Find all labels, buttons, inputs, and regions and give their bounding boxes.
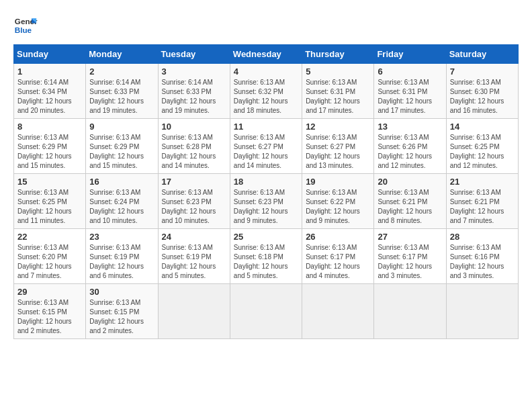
day-info: Sunrise: 6:13 AMSunset: 6:32 PMDaylight:…: [234, 78, 298, 116]
day-info: Sunrise: 6:13 AMSunset: 6:31 PMDaylight:…: [378, 78, 442, 116]
weekday-header: Wednesday: [230, 45, 302, 64]
day-info: Sunrise: 6:13 AMSunset: 6:30 PMDaylight:…: [450, 78, 515, 116]
calendar-day-cell: [230, 284, 302, 339]
calendar-day-cell: 3Sunrise: 6:14 AMSunset: 6:33 PMDaylight…: [158, 64, 230, 119]
calendar-day-cell: [302, 284, 374, 339]
day-info: Sunrise: 6:13 AMSunset: 6:15 PMDaylight:…: [89, 298, 154, 336]
day-number: 19: [306, 177, 370, 187]
day-number: 10: [162, 122, 226, 132]
day-info: Sunrise: 6:13 AMSunset: 6:25 PMDaylight:…: [450, 133, 515, 171]
day-info: Sunrise: 6:14 AMSunset: 6:33 PMDaylight:…: [89, 78, 154, 116]
calendar-day-cell: 5Sunrise: 6:13 AMSunset: 6:31 PMDaylight…: [302, 64, 374, 119]
day-number: 24: [162, 232, 226, 242]
calendar-header: SundayMondayTuesdayWednesdayThursdayFrid…: [14, 45, 519, 64]
calendar-day-cell: 20Sunrise: 6:13 AMSunset: 6:21 PMDayligh…: [374, 174, 446, 229]
day-number: 16: [89, 177, 154, 187]
day-number: 9: [89, 122, 154, 132]
day-number: 14: [450, 122, 515, 132]
day-number: 21: [450, 177, 515, 187]
day-number: 15: [17, 177, 82, 187]
calendar-day-cell: 25Sunrise: 6:13 AMSunset: 6:18 PMDayligh…: [230, 229, 302, 284]
calendar-day-cell: 4Sunrise: 6:13 AMSunset: 6:32 PMDaylight…: [230, 64, 302, 119]
weekday-header: Monday: [86, 45, 158, 64]
calendar-day-cell: 11Sunrise: 6:13 AMSunset: 6:27 PMDayligh…: [230, 119, 302, 174]
day-number: 12: [306, 122, 370, 132]
day-info: Sunrise: 6:13 AMSunset: 6:24 PMDaylight:…: [89, 188, 154, 226]
calendar-day-cell: 8Sunrise: 6:13 AMSunset: 6:29 PMDaylight…: [14, 119, 86, 174]
calendar-day-cell: [374, 284, 446, 339]
day-info: Sunrise: 6:13 AMSunset: 6:27 PMDaylight:…: [306, 133, 370, 171]
day-info: Sunrise: 6:13 AMSunset: 6:21 PMDaylight:…: [450, 188, 515, 226]
day-number: 23: [89, 232, 154, 242]
calendar-day-cell: 9Sunrise: 6:13 AMSunset: 6:29 PMDaylight…: [86, 119, 158, 174]
day-info: Sunrise: 6:13 AMSunset: 6:23 PMDaylight:…: [162, 188, 226, 226]
calendar-day-cell: 23Sunrise: 6:13 AMSunset: 6:19 PMDayligh…: [86, 229, 158, 284]
day-info: Sunrise: 6:13 AMSunset: 6:27 PMDaylight:…: [234, 133, 298, 171]
calendar-day-cell: 12Sunrise: 6:13 AMSunset: 6:27 PMDayligh…: [302, 119, 374, 174]
calendar-day-cell: 29Sunrise: 6:13 AMSunset: 6:15 PMDayligh…: [14, 284, 86, 339]
calendar-day-cell: 13Sunrise: 6:13 AMSunset: 6:26 PMDayligh…: [374, 119, 446, 174]
day-info: Sunrise: 6:13 AMSunset: 6:31 PMDaylight:…: [306, 78, 370, 116]
calendar-table: SundayMondayTuesdayWednesdayThursdayFrid…: [13, 44, 519, 339]
day-info: Sunrise: 6:13 AMSunset: 6:16 PMDaylight:…: [450, 243, 515, 281]
day-number: 5: [306, 66, 370, 77]
day-number: 26: [306, 232, 370, 242]
day-number: 8: [17, 122, 82, 132]
day-number: 7: [450, 66, 515, 77]
svg-text:Blue: Blue: [15, 26, 32, 34]
calendar-week-row: 8Sunrise: 6:13 AMSunset: 6:29 PMDaylight…: [14, 119, 519, 174]
day-number: 29: [17, 287, 82, 297]
day-info: Sunrise: 6:14 AMSunset: 6:33 PMDaylight:…: [162, 78, 226, 116]
day-info: Sunrise: 6:13 AMSunset: 6:20 PMDaylight:…: [17, 243, 82, 281]
logo-icon: General Blue: [13, 13, 38, 38]
calendar-day-cell: 21Sunrise: 6:13 AMSunset: 6:21 PMDayligh…: [446, 174, 518, 229]
calendar-day-cell: 24Sunrise: 6:13 AMSunset: 6:19 PMDayligh…: [158, 229, 230, 284]
day-number: 25: [234, 232, 298, 242]
weekday-header: Thursday: [302, 45, 374, 64]
weekday-header: Saturday: [446, 45, 518, 64]
calendar-day-cell: 28Sunrise: 6:13 AMSunset: 6:16 PMDayligh…: [446, 229, 518, 284]
calendar-day-cell: 2Sunrise: 6:14 AMSunset: 6:33 PMDaylight…: [86, 64, 158, 119]
weekday-header: Sunday: [14, 45, 86, 64]
day-number: 11: [234, 122, 298, 132]
day-info: Sunrise: 6:13 AMSunset: 6:25 PMDaylight:…: [17, 188, 82, 226]
calendar-day-cell: 15Sunrise: 6:13 AMSunset: 6:25 PMDayligh…: [14, 174, 86, 229]
calendar-day-cell: 26Sunrise: 6:13 AMSunset: 6:17 PMDayligh…: [302, 229, 374, 284]
day-number: 18: [234, 177, 298, 187]
day-info: Sunrise: 6:13 AMSunset: 6:29 PMDaylight:…: [17, 133, 82, 171]
day-number: 3: [162, 66, 226, 77]
day-info: Sunrise: 6:13 AMSunset: 6:22 PMDaylight:…: [306, 188, 370, 226]
day-info: Sunrise: 6:13 AMSunset: 6:21 PMDaylight:…: [378, 188, 442, 226]
day-number: 4: [234, 66, 298, 77]
calendar-day-cell: [158, 284, 230, 339]
day-info: Sunrise: 6:13 AMSunset: 6:17 PMDaylight:…: [306, 243, 370, 281]
day-number: 6: [378, 66, 442, 77]
calendar-day-cell: 19Sunrise: 6:13 AMSunset: 6:22 PMDayligh…: [302, 174, 374, 229]
calendar-day-cell: 6Sunrise: 6:13 AMSunset: 6:31 PMDaylight…: [374, 64, 446, 119]
day-info: Sunrise: 6:13 AMSunset: 6:18 PMDaylight:…: [234, 243, 298, 281]
calendar-day-cell: [446, 284, 518, 339]
day-info: Sunrise: 6:13 AMSunset: 6:19 PMDaylight:…: [162, 243, 226, 281]
calendar-day-cell: 10Sunrise: 6:13 AMSunset: 6:28 PMDayligh…: [158, 119, 230, 174]
day-info: Sunrise: 6:13 AMSunset: 6:29 PMDaylight:…: [89, 133, 154, 171]
calendar-day-cell: 1Sunrise: 6:14 AMSunset: 6:34 PMDaylight…: [14, 64, 86, 119]
day-number: 2: [89, 66, 154, 77]
day-number: 1: [17, 66, 82, 77]
day-number: 30: [89, 287, 154, 297]
calendar-day-cell: 17Sunrise: 6:13 AMSunset: 6:23 PMDayligh…: [158, 174, 230, 229]
calendar-day-cell: 27Sunrise: 6:13 AMSunset: 6:17 PMDayligh…: [374, 229, 446, 284]
calendar-day-cell: 16Sunrise: 6:13 AMSunset: 6:24 PMDayligh…: [86, 174, 158, 229]
day-number: 20: [378, 177, 442, 187]
calendar-day-cell: 22Sunrise: 6:13 AMSunset: 6:20 PMDayligh…: [14, 229, 86, 284]
day-number: 22: [17, 232, 82, 242]
day-number: 28: [450, 232, 515, 242]
page-header: General Blue: [13, 13, 519, 38]
calendar-day-cell: 18Sunrise: 6:13 AMSunset: 6:23 PMDayligh…: [230, 174, 302, 229]
day-number: 17: [162, 177, 226, 187]
weekday-header: Tuesday: [158, 45, 230, 64]
day-info: Sunrise: 6:13 AMSunset: 6:15 PMDaylight:…: [17, 298, 82, 336]
day-info: Sunrise: 6:13 AMSunset: 6:23 PMDaylight:…: [234, 188, 298, 226]
day-info: Sunrise: 6:13 AMSunset: 6:28 PMDaylight:…: [162, 133, 226, 171]
calendar-week-row: 15Sunrise: 6:13 AMSunset: 6:25 PMDayligh…: [14, 174, 519, 229]
day-info: Sunrise: 6:14 AMSunset: 6:34 PMDaylight:…: [17, 78, 82, 116]
